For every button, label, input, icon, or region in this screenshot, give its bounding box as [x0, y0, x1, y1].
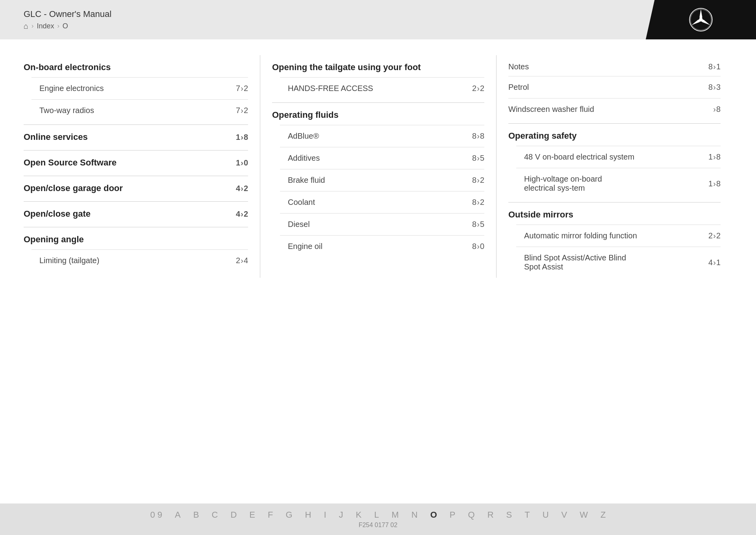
alpha-C[interactable]: C — [211, 510, 218, 520]
list-item[interactable]: Coolant 82 — [280, 191, 484, 213]
section-open-close-garage-door[interactable]: Open/close garage door 42 — [24, 176, 248, 198]
alpha-S[interactable]: S — [506, 510, 512, 520]
alpha-E[interactable]: E — [249, 510, 255, 520]
page-ref: 72 — [236, 84, 248, 93]
list-item[interactable]: Two-way radios 72 — [32, 99, 248, 121]
alpha-F[interactable]: F — [268, 510, 273, 520]
section-opening-angle: Opening angle — [24, 227, 248, 249]
main-content: On-board electronics Engine electronics … — [0, 39, 756, 503]
item-label: 48 V on-board electrical system — [524, 152, 634, 162]
page-ref: 72 — [236, 106, 248, 115]
svg-point-5 — [699, 18, 703, 22]
home-icon[interactable]: ⌂ — [24, 22, 28, 31]
page-ref: 22 — [472, 84, 484, 93]
section-online-services[interactable]: Online services 18 — [24, 124, 248, 147]
alpha-09[interactable]: 0 9 — [150, 510, 163, 520]
sep2: › — [57, 22, 59, 30]
breadcrumb: ⌂ › Index › O — [24, 22, 111, 31]
list-item[interactable]: AdBlue® 88 — [280, 125, 484, 147]
list-item[interactable]: Blind Spot Assist/Active Blind Spot Assi… — [516, 247, 721, 278]
alpha-J[interactable]: J — [339, 510, 343, 520]
alpha-T[interactable]: T — [524, 510, 530, 520]
page-ref: 42 — [236, 184, 248, 193]
left-column: On-board electronics Engine electronics … — [24, 55, 260, 278]
alpha-Q[interactable]: Q — [468, 510, 475, 520]
alpha-Z[interactable]: Z — [600, 510, 606, 520]
page-ref: 18 — [236, 133, 248, 142]
list-item[interactable]: HANDS-FREE ACCESS 22 — [280, 77, 484, 99]
item-label: Diesel — [288, 220, 310, 229]
item-label: Coolant — [288, 198, 315, 207]
page-ref: 85 — [472, 154, 484, 163]
alpha-M[interactable]: M — [391, 510, 398, 520]
alpha-D[interactable]: D — [230, 510, 237, 520]
header-left: GLC - Owner's Manual ⌂ › Index › O — [24, 9, 111, 31]
footer-code: F254 0177 02 — [359, 522, 398, 529]
alpha-L[interactable]: L — [374, 510, 379, 520]
breadcrumb-current: O — [63, 22, 68, 30]
page-ref: 10 — [236, 158, 248, 167]
page-ref: 22 — [708, 231, 721, 240]
alpha-B[interactable]: B — [193, 510, 199, 520]
page-ref: 80 — [472, 242, 484, 251]
page-ref: 18 — [708, 152, 721, 162]
section-label: Open Source Software — [24, 158, 117, 168]
section-label: Online services — [24, 132, 88, 142]
right-column: Notes 81 Petrol 83 Windscreen washer flu… — [496, 55, 732, 278]
item-label: Engine oil — [288, 242, 322, 251]
alpha-R[interactable]: R — [487, 510, 494, 520]
section-open-close-gate[interactable]: Open/close gate 42 — [24, 201, 248, 224]
page-ref: 81 — [708, 62, 721, 71]
page-ref: 83 — [708, 83, 721, 92]
alpha-H[interactable]: H — [305, 510, 311, 520]
item-label: Brake fluid — [288, 176, 325, 185]
item-label: Two-way radios — [39, 106, 94, 115]
page-ref: 18 — [708, 179, 721, 188]
item-label: Limiting (tailgate) — [39, 256, 99, 265]
mercedes-star-icon — [689, 8, 713, 32]
page-ref: 82 — [472, 176, 484, 185]
page-ref: 42 — [236, 210, 248, 219]
item-label: Petrol — [508, 83, 529, 92]
page-ref: 88 — [472, 132, 484, 141]
item-label: Additives — [288, 154, 320, 163]
page-ref: 8 — [713, 105, 721, 114]
list-item[interactable]: 48 V on-board electrical system 18 — [516, 146, 721, 168]
middle-column: Opening the tailgate using your foot HAN… — [260, 55, 496, 278]
list-item[interactable]: Brake fluid 82 — [280, 169, 484, 191]
alpha-V[interactable]: V — [561, 510, 567, 520]
alpha-I[interactable]: I — [324, 510, 326, 520]
alpha-K[interactable]: K — [356, 510, 362, 520]
item-label: Notes — [508, 62, 529, 71]
section-operating-fluids: Operating fluids — [272, 102, 484, 125]
breadcrumb-index[interactable]: Index — [37, 22, 54, 30]
alpha-N[interactable]: N — [411, 510, 418, 520]
item-label: High-voltage on-board electrical sys-tem — [524, 175, 634, 193]
item-label: HANDS-FREE ACCESS — [288, 84, 373, 93]
list-item[interactable]: Diesel 85 — [280, 213, 484, 235]
item-label: AdBlue® — [288, 132, 319, 141]
list-item[interactable]: Additives 85 — [280, 147, 484, 169]
page-ref: 24 — [236, 256, 248, 265]
item-label: Engine electronics — [39, 84, 104, 93]
entry-petrol[interactable]: Petrol 83 — [508, 76, 721, 98]
list-item[interactable]: Engine electronics 72 — [32, 77, 248, 99]
section-operating-safety: Operating safety — [508, 123, 721, 146]
alpha-G[interactable]: G — [285, 510, 292, 520]
list-item[interactable]: High-voltage on-board electrical sys-tem… — [516, 168, 721, 199]
alpha-U[interactable]: U — [543, 510, 549, 520]
list-item[interactable]: Engine oil 80 — [280, 235, 484, 257]
list-item[interactable]: Automatic mirror folding function 22 — [516, 225, 721, 247]
section-opening-tailgate: Opening the tailgate using your foot — [272, 55, 484, 77]
list-item[interactable]: Limiting (tailgate) 24 — [32, 249, 248, 271]
section-open-source-software[interactable]: Open Source Software 10 — [24, 150, 248, 173]
item-label: Automatic mirror folding function — [524, 231, 637, 240]
alpha-P[interactable]: P — [450, 510, 456, 520]
alpha-O[interactable]: O — [430, 510, 437, 520]
entry-notes[interactable]: Notes 81 — [508, 55, 721, 76]
section-label: Open/close garage door — [24, 183, 123, 193]
page-ref: 82 — [472, 198, 484, 207]
alpha-A[interactable]: A — [175, 510, 181, 520]
alpha-W[interactable]: W — [580, 510, 588, 520]
entry-windscreen[interactable]: Windscreen washer fluid 8 — [508, 98, 721, 120]
